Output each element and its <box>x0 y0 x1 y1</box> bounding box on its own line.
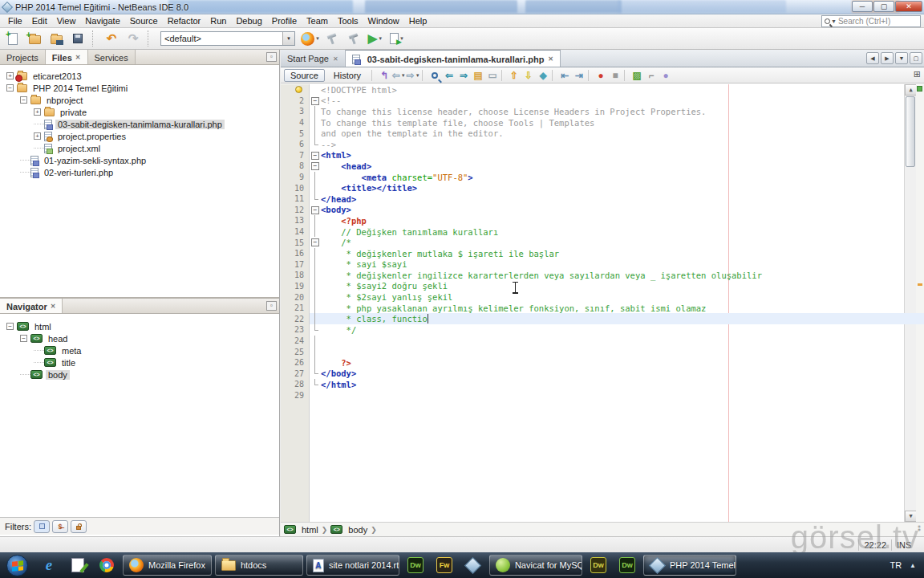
history-view-button[interactable]: History <box>328 70 367 81</box>
code-line[interactable]: 12<body> <box>281 205 924 216</box>
tree-toggle-icon[interactable]: + <box>34 108 41 116</box>
code-line[interactable]: 19 * $sayi2 doğru şekli <box>281 281 924 292</box>
toggle-highlight-icon[interactable]: ▤ <box>471 69 485 82</box>
taskbar-htdocs[interactable]: htdocs <box>215 555 303 576</box>
doc-tab[interactable]: 03-sabit-degisken-tanimlama-kurallari.ph… <box>346 50 561 67</box>
dropdown-icon[interactable]: ▼ <box>415 73 420 78</box>
menu-profile[interactable]: Profile <box>267 15 302 26</box>
tree-item[interactable]: <>title <box>0 356 279 368</box>
code-line[interactable]: 20 * $2sayi yanlış şekil <box>281 291 924 303</box>
dropdown-icon[interactable]: ▼ <box>378 36 383 41</box>
search-input[interactable] <box>838 17 910 26</box>
close-icon[interactable]: ✕ <box>51 303 56 310</box>
tree-item[interactable]: <>body <box>0 368 279 381</box>
taskbar-site-notlari[interactable]: Asite notlari 2014.rt... <box>306 555 399 576</box>
netbeans-icon[interactable] <box>460 555 486 576</box>
hint-lightbulb-icon[interactable] <box>295 86 302 93</box>
code-line[interactable]: 22 * class, functio <box>281 313 924 324</box>
fold-marker[interactable] <box>310 96 321 107</box>
code-line[interactable]: 4To change this template file, choose To… <box>281 117 924 128</box>
back-icon[interactable]: ⇦▼ <box>391 69 406 82</box>
minimize-panel-icon[interactable]: ▫ <box>266 301 277 311</box>
tab-list-icon[interactable]: ▼ <box>895 52 908 64</box>
breadcrumb-item[interactable]: <>body <box>330 525 367 535</box>
taskbar-navicat[interactable]: Navicat for MySQL <box>489 555 582 576</box>
code-line[interactable]: 24 <box>281 336 924 347</box>
close-icon[interactable]: ✕ <box>333 55 338 63</box>
dropdown-icon[interactable]: ▼ <box>401 73 406 78</box>
menu-source[interactable]: Source <box>125 15 163 26</box>
scroll-right-icon[interactable]: ▶ <box>881 52 894 64</box>
menu-window[interactable]: Window <box>363 15 404 26</box>
stop-macro-icon[interactable]: ■ <box>608 69 622 82</box>
menu-file[interactable]: File <box>3 15 27 26</box>
code-line[interactable]: 2<!-- <box>281 96 924 107</box>
configuration-combobox[interactable]: <default>▼ <box>160 31 295 46</box>
tab-services[interactable]: Services <box>88 50 136 64</box>
code-line[interactable]: 21 * php yasaklanan ayrılmış kelimeler f… <box>281 303 924 314</box>
run-browser-firefox-icon[interactable]: ▼ <box>301 30 320 47</box>
dreamweaver2-icon[interactable]: Dw <box>586 555 611 576</box>
find-selection-icon[interactable] <box>428 69 442 82</box>
tab-navigator[interactable]: Navigator ✕ <box>0 299 63 313</box>
last-edit-icon[interactable]: ↰ <box>377 69 391 82</box>
code-line[interactable]: 6--> <box>281 139 924 150</box>
search-dropdown-icon[interactable]: ▼ <box>831 18 837 24</box>
tree-item[interactable]: +eticaret2013 <box>0 70 279 82</box>
breadcrumb-item[interactable]: <>html <box>284 525 318 535</box>
tree-toggle-icon[interactable]: + <box>34 132 41 140</box>
fold-marker[interactable] <box>310 237 321 248</box>
dreamweaver-icon[interactable]: Dw <box>403 555 428 576</box>
menu-debug[interactable]: Debug <box>231 15 266 26</box>
code-line[interactable]: 11</head> <box>281 193 924 205</box>
previous-occurrence-icon[interactable]: ⇧ <box>507 69 521 82</box>
chrome-icon[interactable] <box>94 555 120 576</box>
menu-edit[interactable]: Edit <box>27 15 52 26</box>
code-line[interactable]: 9 <meta charset="UTF-8"> <box>281 172 924 183</box>
minimize-panel-icon[interactable]: ▫ <box>266 52 277 62</box>
tree-item[interactable]: 01-yazim-sekli-syntax.php <box>0 154 279 166</box>
undo-icon[interactable]: ↶ <box>102 30 121 47</box>
redo-icon[interactable]: ↷ <box>124 30 143 47</box>
start-button[interactable] <box>6 555 28 576</box>
split-editor-icon[interactable]: ⊞ <box>914 69 921 79</box>
tree-item[interactable]: <>meta <box>0 344 279 356</box>
run-project-icon[interactable]: ▶▼ <box>366 30 385 47</box>
tree-toggle-icon[interactable]: − <box>20 96 27 104</box>
menu-run[interactable]: Run <box>205 15 231 26</box>
close-icon[interactable]: ✕ <box>548 55 553 63</box>
tree-item[interactable]: −PHP 2014 Temel Eğitimi <box>0 82 279 94</box>
code-line[interactable]: 27</body> <box>281 368 924 379</box>
tree-item[interactable]: −<>html <box>0 320 279 332</box>
open-project-icon[interactable] <box>47 30 66 47</box>
code-line[interactable]: 7<html> <box>281 150 924 161</box>
find-next-icon[interactable]: ⇒ <box>456 69 471 82</box>
forward-icon[interactable]: ⇨▼ <box>406 69 420 82</box>
fold-marker[interactable] <box>310 161 321 172</box>
filter-fields-icon[interactable] <box>34 520 50 533</box>
maximize-icon[interactable]: ▢ <box>910 52 922 64</box>
menu-view[interactable]: View <box>52 15 81 26</box>
tree-item[interactable]: 03-sabit-degisken-tanimlama-kurallari.ph… <box>0 118 279 130</box>
code-line[interactable]: 5and open the template in the editor. <box>281 128 924 139</box>
show-hidden-icons[interactable]: ▲ <box>910 562 916 569</box>
tree-toggle-icon[interactable]: − <box>6 84 14 92</box>
shift-left-icon[interactable]: ⇤ <box>557 69 572 82</box>
record-macro-icon[interactable]: ● <box>594 69 608 82</box>
save-all-icon[interactable] <box>68 30 87 47</box>
filter-static-icon[interactable]: $̶ <box>52 520 68 533</box>
code-line[interactable]: 25 <box>281 346 924 357</box>
rectangular-selection-icon[interactable]: ▭ <box>485 69 500 82</box>
fireworks-icon[interactable]: Fw <box>432 555 457 576</box>
code-editor[interactable]: <!DOCTYPE html>2<!--3To change this lice… <box>281 84 924 522</box>
menu-refactor[interactable]: Refactor <box>163 15 206 26</box>
dreamweaver3-icon[interactable]: Dw <box>614 555 640 576</box>
combo-dropdown-icon[interactable]: ▼ <box>282 32 294 45</box>
minimize-button[interactable]: ─ <box>852 1 873 12</box>
menu-team[interactable]: Team <box>302 15 333 26</box>
filter-nonpublic-icon[interactable] <box>71 520 87 533</box>
menu-help[interactable]: Help <box>404 15 432 26</box>
tree-item[interactable]: −<>head <box>0 332 279 344</box>
tree-toggle-icon[interactable]: − <box>20 335 27 342</box>
internet-explorer-icon[interactable]: e <box>36 555 62 576</box>
